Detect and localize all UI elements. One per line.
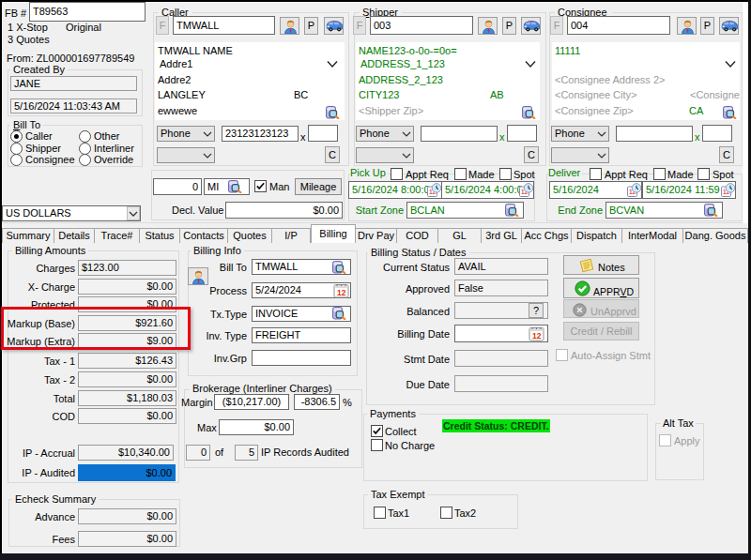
svg-text:12: 12 (532, 331, 542, 341)
svg-text:12: 12 (337, 288, 346, 297)
